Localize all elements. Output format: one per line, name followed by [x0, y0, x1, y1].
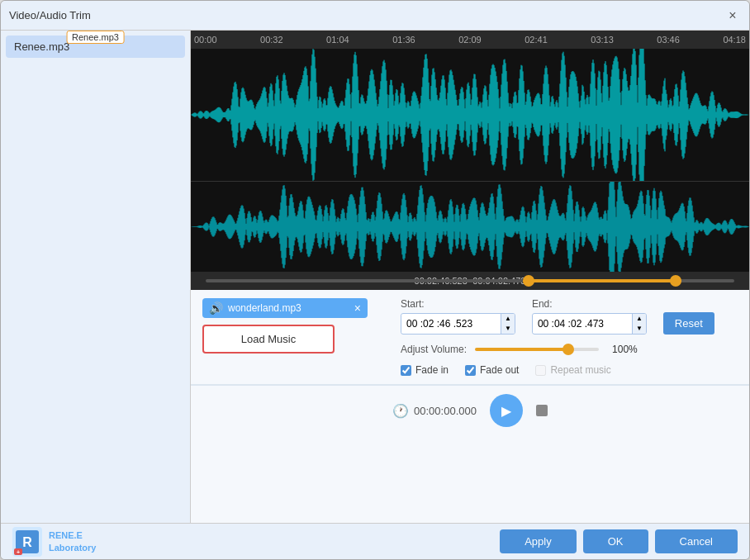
music-row: 🔊 wonderland.mp3 × Load Music Start:	[191, 290, 749, 385]
play-button[interactable]: ▶	[490, 394, 523, 427]
main-content: Renee.mp3 Renee.mp3 00:00 00:32 01:04 01…	[1, 31, 749, 523]
load-music-button[interactable]: Load Music	[202, 325, 335, 354]
trim-handle-left[interactable]	[523, 275, 534, 287]
repeat-music-checkbox[interactable]	[535, 365, 546, 376]
timeline-label-0: 00:00	[194, 35, 217, 45]
end-time-input[interactable]	[533, 315, 632, 333]
sidebar-item-tag: Renee.mp3	[66, 31, 125, 44]
timeline-label-4: 02:09	[458, 35, 482, 45]
end-time-input-wrap: ▲ ▼	[532, 313, 647, 335]
music-file-tag-left: 🔊 wonderland.mp3	[209, 301, 301, 315]
repeat-music-checkbox-label[interactable]: Repeat music	[535, 364, 610, 376]
trim-range-bar: 00:02:46.523~00:04:02.473	[191, 272, 749, 290]
fade-out-label: Fade out	[480, 364, 519, 376]
bottom-controls: 🔊 wonderland.mp3 × Load Music Start:	[191, 290, 749, 523]
close-button[interactable]: ×	[724, 7, 741, 24]
end-time-up[interactable]: ▲	[633, 314, 646, 324]
timeline-label-2: 01:04	[326, 35, 349, 45]
footer-buttons: Apply OK Cancel	[500, 529, 738, 553]
logo-icon: R +	[12, 527, 42, 557]
fade-out-checkbox[interactable]	[465, 365, 476, 376]
svg-text:+: +	[17, 549, 20, 555]
music-file-tag: 🔊 wonderland.mp3 ×	[202, 298, 368, 318]
start-time-group: Start: ▲ ▼	[401, 298, 515, 335]
play-icon: ▶	[501, 403, 511, 419]
volume-percent: 100%	[612, 344, 638, 355]
end-label: End:	[532, 298, 647, 310]
trim-slider-track[interactable]	[206, 279, 734, 282]
logo-line1: RENE.E	[49, 529, 96, 541]
waveform-canvas-top	[191, 49, 749, 181]
checkbox-row: Fade in Fade out Repeat music	[401, 364, 738, 376]
repeat-music-label: Repeat music	[550, 364, 610, 376]
waveform-canvas-bottom	[191, 182, 749, 272]
playback-row: 🕐 00:00:00.000 ▶	[191, 385, 749, 435]
cancel-button[interactable]: Cancel	[655, 529, 738, 553]
timeline: 00:00 00:32 01:04 01:36 02:09 02:41 03:1…	[191, 31, 749, 49]
waveform-top	[191, 49, 749, 181]
fade-in-checkbox[interactable]	[401, 365, 411, 376]
timeline-label-3: 01:36	[392, 35, 415, 45]
music-file-section: 🔊 wonderland.mp3 × Load Music	[202, 298, 384, 354]
right-panel: 00:00 00:32 01:04 01:36 02:09 02:41 03:1…	[191, 31, 749, 523]
start-label: Start:	[401, 298, 515, 310]
logo-text: RENE.E Laboratory	[49, 529, 96, 553]
reset-button[interactable]: Reset	[663, 312, 714, 335]
stop-button[interactable]	[536, 405, 548, 416]
start-time-up[interactable]: ▲	[501, 314, 515, 324]
timeline-label-6: 03:13	[591, 35, 614, 45]
fade-in-checkbox-label[interactable]: Fade in	[401, 364, 449, 376]
fade-in-label: Fade in	[415, 364, 449, 376]
music-close-button[interactable]: ×	[354, 301, 361, 315]
start-time-input-wrap: ▲ ▼	[401, 313, 515, 335]
time-display: 🕐 00:00:00.000	[392, 403, 477, 419]
start-time-input[interactable]	[401, 315, 501, 333]
volume-label: Adjust Volume:	[401, 344, 467, 355]
clock-icon: 🕐	[392, 403, 409, 419]
window-title: Video/Audio Trim	[9, 9, 91, 21]
music-file-name: wonderland.mp3	[228, 302, 301, 314]
volume-thumb[interactable]	[562, 344, 574, 355]
timeline-label-5: 02:41	[525, 35, 548, 45]
timeline-label-8: 04:18	[723, 35, 746, 45]
time-row: Start: ▲ ▼ End:	[401, 298, 738, 335]
main-window: Video/Audio Trim × Renee.mp3 Renee.mp3 0…	[0, 0, 750, 560]
end-time-stepper: ▲ ▼	[632, 314, 646, 334]
timeline-labels: 00:00 00:32 01:04 01:36 02:09 02:41 03:1…	[194, 35, 746, 45]
waveform-area: 00:00 00:32 01:04 01:36 02:09 02:41 03:1…	[191, 31, 749, 290]
sidebar-item-label: Renee.mp3	[14, 40, 69, 53]
svg-text:R: R	[22, 535, 32, 549]
playback-time: 00:00:00.000	[414, 405, 477, 417]
start-time-down[interactable]: ▼	[501, 324, 515, 334]
logo-line2: Laboratory	[49, 542, 96, 553]
sidebar-item-renee-mp3[interactable]: Renee.mp3 Renee.mp3	[6, 36, 185, 58]
music-note-icon: 🔊	[209, 301, 223, 315]
volume-track	[475, 348, 599, 351]
title-bar: Video/Audio Trim ×	[1, 1, 749, 31]
start-time-stepper: ▲ ▼	[501, 314, 515, 334]
sidebar: Renee.mp3 Renee.mp3	[1, 31, 191, 523]
trim-handle-right[interactable]	[670, 275, 681, 287]
volume-slider-wrap[interactable]	[475, 343, 599, 356]
waveform-bottom	[191, 181, 749, 272]
trim-settings-panel: Start: ▲ ▼ End:	[401, 298, 738, 376]
timeline-label-7: 03:46	[657, 35, 680, 45]
apply-button[interactable]: Apply	[500, 529, 577, 553]
end-time-down[interactable]: ▼	[633, 324, 646, 334]
footer-logo: R + RENE.E Laboratory	[12, 527, 96, 557]
footer-bar: R + RENE.E Laboratory Apply OK Cancel	[1, 523, 749, 559]
timeline-label-1: 00:32	[260, 35, 283, 45]
trim-slider-filled	[523, 279, 681, 282]
volume-row: Adjust Volume: 100%	[401, 343, 738, 356]
end-time-group: End: ▲ ▼	[532, 298, 647, 335]
ok-button[interactable]: OK	[583, 529, 648, 553]
fade-out-checkbox-label[interactable]: Fade out	[465, 364, 519, 376]
